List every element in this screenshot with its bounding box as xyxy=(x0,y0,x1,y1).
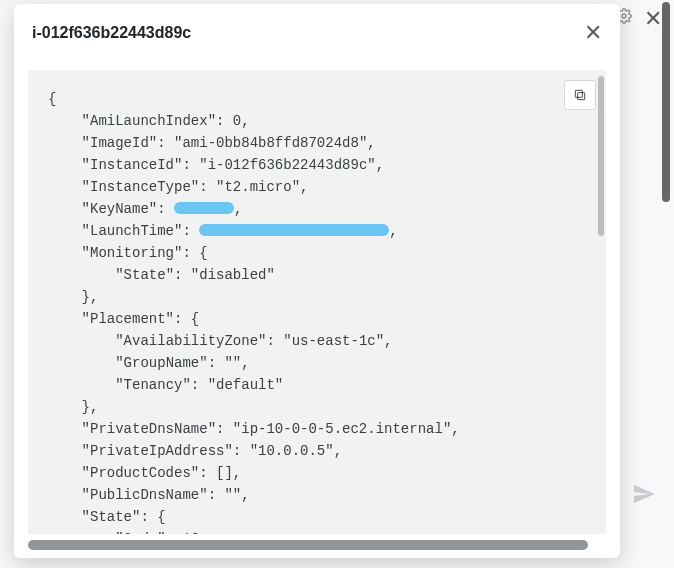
svg-point-0 xyxy=(622,14,626,18)
modal-title: i-012f636b22443d89c xyxy=(32,24,191,42)
instance-details-modal: i-012f636b22443d89c ✕ { "AmiLaunchIndex"… xyxy=(14,4,620,558)
code-block: { "AmiLaunchIndex": 0, "ImageId": "ami-0… xyxy=(28,70,606,534)
json-content[interactable]: { "AmiLaunchIndex": 0, "ImageId": "ami-0… xyxy=(28,70,606,534)
modal-header: i-012f636b22443d89c ✕ xyxy=(14,4,620,60)
send-icon[interactable] xyxy=(632,482,656,504)
svg-rect-1 xyxy=(578,93,585,100)
page-close-icon[interactable]: ✕ xyxy=(644,6,662,32)
horizontal-scrollbar[interactable] xyxy=(28,540,588,550)
code-scrollbar[interactable] xyxy=(598,76,604,236)
modal-close-icon[interactable]: ✕ xyxy=(584,20,602,46)
page-scrollbar[interactable] xyxy=(662,2,670,202)
copy-button[interactable] xyxy=(564,80,596,110)
redacted-launchtime xyxy=(199,224,389,236)
redacted-keyname xyxy=(174,202,234,214)
svg-rect-2 xyxy=(575,90,582,97)
